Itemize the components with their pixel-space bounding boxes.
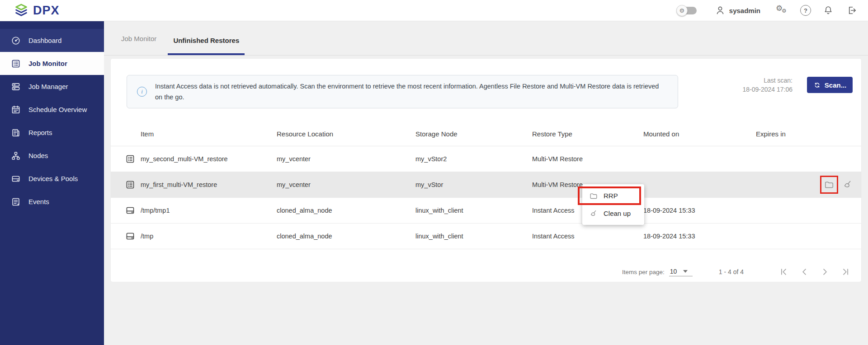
sidebar-item-label: Nodes: [28, 152, 48, 159]
menu-item-rrp[interactable]: RRP: [582, 187, 644, 205]
logout-icon[interactable]: [846, 5, 857, 16]
items-per-page-label: Items per page:: [622, 269, 665, 275]
cell-storage-node: my_vStor: [415, 181, 532, 188]
pagination: Items per page: 10 1 - 4 of 4: [622, 262, 850, 282]
items-per-page-select[interactable]: 10: [669, 268, 693, 276]
user-menu[interactable]: sysadmin: [715, 5, 760, 16]
col-storage-node: Storage Node: [415, 130, 532, 138]
rows-icon: [11, 82, 21, 92]
sidebar-item-devices-pools[interactable]: Devices & Pools: [0, 167, 104, 190]
system-settings-icon[interactable]: ⚙ ⚙: [776, 5, 789, 16]
username: sysadmin: [729, 7, 760, 14]
refresh-icon: [813, 81, 821, 89]
info-banner-text: Instant Access data is not retrieved aut…: [155, 81, 664, 103]
topbar: DPX ⚙ sysadmin ⚙ ⚙ ?: [0, 0, 868, 21]
cell-resource-location: cloned_alma_node: [277, 207, 415, 214]
devices-icon: [11, 174, 21, 184]
table-row[interactable]: my_first_multi-VM_restore my_vcenter my_…: [111, 172, 861, 198]
next-page-button[interactable]: [821, 267, 830, 276]
main-content: Job Monitor Unfinished Restores i Instan…: [104, 21, 868, 345]
cell-item: /tmp/tmp1: [141, 207, 277, 214]
report-icon: [11, 128, 21, 138]
sidebar-item-dashboard[interactable]: Dashboard: [0, 29, 104, 52]
sidebar-item-job-manager[interactable]: Job Manager: [0, 75, 104, 98]
logo-text: DPX: [33, 4, 60, 18]
table-header: Item Resource Location Storage Node Rest…: [111, 122, 861, 146]
sidebar-item-label: Reports: [28, 129, 52, 136]
cell-resource-location: my_vcenter: [277, 181, 415, 188]
tab-bar: Job Monitor Unfinished Restores: [104, 21, 868, 56]
table-row[interactable]: /tmp/tmp1 cloned_alma_node linux_with_cl…: [111, 198, 861, 224]
col-restore-type: Restore Type: [532, 130, 643, 138]
chevron-down-icon: [683, 270, 688, 273]
sidebar-item-nodes[interactable]: Nodes: [0, 144, 104, 167]
col-resource-location: Resource Location: [277, 130, 415, 138]
cell-storage-node: my_vStor2: [415, 155, 532, 163]
first-page-button[interactable]: [779, 267, 788, 276]
theme-gear-toggle[interactable]: ⚙: [678, 7, 697, 14]
sidebar-item-job-monitor[interactable]: Job Monitor: [0, 52, 104, 75]
col-expires-in: Expires in: [756, 130, 861, 138]
col-item: Item: [141, 130, 277, 138]
last-scan-time: 18-09-2024 17:06: [742, 85, 793, 94]
cleanup-broom-icon[interactable]: [842, 179, 853, 190]
cell-item: /tmp: [141, 233, 277, 240]
last-scan: Last scan: 18-09-2024 17:06: [742, 76, 793, 94]
events-icon: [11, 197, 21, 207]
list-icon: [11, 59, 21, 69]
cell-restore-type: Multi-VM Restore: [532, 155, 643, 163]
folder-icon: [589, 191, 598, 200]
gear-knob-icon: ⚙: [676, 5, 688, 16]
app-logo[interactable]: DPX: [14, 3, 60, 18]
scan-button[interactable]: Scan...: [807, 77, 853, 93]
row-context-menu: RRP Clean up: [582, 184, 644, 225]
menu-item-clean-up[interactable]: Clean up: [582, 205, 644, 222]
notifications-bell-icon[interactable]: [823, 5, 834, 16]
folder-action-icon[interactable]: [824, 179, 835, 190]
disk-icon: [125, 205, 135, 215]
user-icon: [715, 5, 726, 16]
sidebar-item-reports[interactable]: Reports: [0, 121, 104, 144]
page-range: 1 - 4 of 4: [719, 268, 744, 275]
table-row[interactable]: /tmp cloned_alma_node linux_with_client …: [111, 224, 861, 249]
sidebar: Dashboard Job Monitor Job Manager Schedu…: [0, 21, 104, 345]
sidebar-item-label: Job Monitor: [28, 60, 67, 67]
menu-item-label: RRP: [604, 192, 618, 200]
cell-storage-node: linux_with_client: [415, 233, 532, 240]
cell-resource-location: cloned_alma_node: [277, 233, 415, 240]
unfinished-restores-panel: i Instant Access data is not retrieved a…: [111, 59, 861, 282]
last-page-button[interactable]: [841, 267, 850, 276]
multi-vm-icon: [125, 154, 135, 164]
sidebar-item-schedule-overview[interactable]: Schedule Overview: [0, 98, 104, 121]
menu-item-label: Clean up: [604, 210, 631, 217]
tab-job-monitor[interactable]: Job Monitor: [116, 35, 162, 55]
info-icon: i: [137, 87, 147, 97]
tab-unfinished-restores[interactable]: Unfinished Restores: [168, 37, 245, 55]
cell-item: my_second_multi-VM_restore: [141, 155, 277, 163]
calendar-icon: [11, 105, 21, 115]
row-actions: [820, 176, 853, 194]
sidebar-item-label: Events: [28, 198, 49, 205]
sidebar-item-events[interactable]: Events: [0, 190, 104, 213]
cell-resource-location: my_vcenter: [277, 155, 415, 163]
scan-button-label: Scan...: [825, 81, 846, 89]
sidebar-item-label: Job Manager: [28, 83, 68, 90]
disk-icon: [125, 231, 135, 241]
help-icon[interactable]: ?: [800, 5, 811, 16]
cell-mounted-on: 18-09-2024 15:33: [643, 207, 756, 214]
col-mounted-on: Mounted on: [643, 130, 756, 138]
logo-stack-icon: [14, 3, 29, 18]
cell-item: my_first_multi-VM_restore: [141, 181, 277, 188]
sidebar-item-label: Schedule Overview: [28, 106, 87, 113]
annotation-box-folder: [820, 176, 838, 194]
cell-mounted-on: 18-09-2024 15:33: [643, 233, 756, 240]
nodes-icon: [11, 151, 21, 161]
previous-page-button[interactable]: [800, 267, 809, 276]
info-banner: i Instant Access data is not retrieved a…: [127, 75, 678, 108]
gauge-icon: [11, 36, 21, 46]
sidebar-item-label: Dashboard: [28, 37, 61, 44]
broom-icon: [589, 209, 598, 218]
cell-storage-node: linux_with_client: [415, 207, 532, 214]
table-row[interactable]: my_second_multi-VM_restore my_vcenter my…: [111, 146, 861, 172]
multi-vm-icon: [125, 180, 135, 190]
